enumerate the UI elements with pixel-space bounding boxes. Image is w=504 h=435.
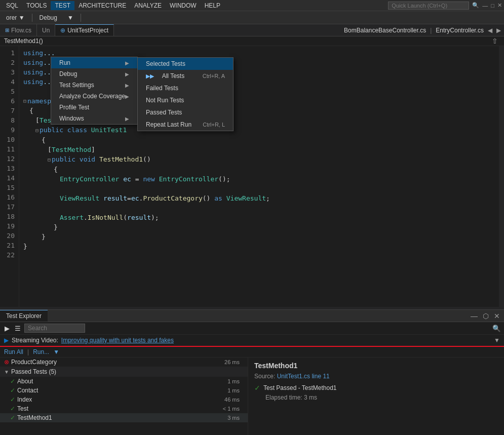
test-list-area: ⊗ ProductCategory 26 ms ▼ Passed Tests (… bbox=[0, 358, 504, 435]
panel-close-btn[interactable]: ✕ bbox=[492, 311, 502, 321]
menu-sql[interactable]: SQL bbox=[2, 1, 22, 10]
code-line-18: Assert.IsNotNull(result); bbox=[23, 213, 495, 222]
menu-window[interactable]: WINDOW bbox=[166, 1, 201, 10]
run-more-link[interactable]: Run... bbox=[33, 348, 49, 355]
code-line-17 bbox=[23, 203, 495, 213]
code-line-20: } bbox=[23, 232, 495, 242]
submenu-notrun-label: Not Run Tests bbox=[146, 97, 184, 104]
test-item-productcategory[interactable]: ⊗ ProductCategory 26 ms bbox=[0, 358, 248, 367]
tabs-chevron-left[interactable]: ◀ bbox=[488, 27, 492, 34]
windows-arrow-icon: ▶ bbox=[125, 116, 129, 122]
test-run-icon-btn[interactable]: ▶ bbox=[3, 324, 11, 333]
submenu-selected-label: Selected Tests bbox=[146, 60, 185, 67]
tab-unittestproject[interactable]: ⊕ UnitTestProject bbox=[55, 24, 114, 36]
submenu-notrun[interactable]: Not Run Tests bbox=[138, 94, 233, 106]
test-item-testmethod1[interactable]: ✓ TestMethod1 3 ms bbox=[0, 413, 248, 422]
menu-analyze[interactable]: ANALYZE bbox=[130, 1, 166, 10]
quick-launch-input[interactable] bbox=[388, 2, 469, 10]
test-item-about[interactable]: ✓ About 1 ms bbox=[0, 377, 248, 386]
passed-group-label: Passed Tests (5) bbox=[11, 368, 56, 375]
editor-scrollbar[interactable] bbox=[499, 46, 504, 307]
menu-architecture[interactable]: ARCHITECTURE bbox=[74, 1, 130, 10]
pass-icon-index: ✓ bbox=[10, 396, 15, 403]
tabs-chevron-right[interactable]: ▶ bbox=[496, 27, 501, 34]
panel-pin-btn[interactable]: — bbox=[469, 311, 480, 321]
submenu-failed[interactable]: Failed Tests bbox=[138, 82, 233, 94]
test-detail-result: ✓ Test Passed - TestMethod1 bbox=[254, 384, 498, 392]
run-more-arrow[interactable]: ▼ bbox=[53, 348, 59, 355]
menu-item-testsettings[interactable]: Test Settings ▶ bbox=[51, 80, 137, 91]
scroll-top-icon[interactable]: ⇧ bbox=[492, 37, 498, 45]
menu-tools[interactable]: TOOLS bbox=[22, 1, 51, 10]
test-detail-source: Source: UnitTest1.cs line 11 bbox=[254, 373, 498, 380]
panel-tab-testexplorer-label: Test Explorer bbox=[6, 312, 42, 320]
menu-help[interactable]: HELP bbox=[201, 1, 224, 10]
code-line-19: } bbox=[23, 222, 495, 232]
submenu-passed[interactable]: Passed Tests bbox=[138, 106, 233, 118]
submenu-selected[interactable]: Selected Tests bbox=[138, 58, 233, 70]
tab-un[interactable]: Un bbox=[37, 24, 55, 36]
tab-flowcs[interactable]: ⊞ Flow.cs bbox=[0, 24, 37, 36]
menu-bar-right: 🔍 — □ ✕ bbox=[388, 2, 502, 10]
submenu-repeat[interactable]: Repeat Last Run Ctrl+R, L bbox=[138, 118, 233, 131]
test-item-test-time: < 1 ms bbox=[223, 406, 244, 412]
menu-item-analyze-label: Analyze Code Coverage bbox=[59, 93, 125, 100]
analyze-arrow-icon: ▶ bbox=[125, 94, 129, 99]
editor-bottom-scroll[interactable] bbox=[0, 307, 504, 309]
test-item-index-time: 46 ms bbox=[224, 397, 244, 403]
menu-test[interactable]: TEST bbox=[51, 1, 74, 10]
search-icon: 🔍 bbox=[472, 2, 479, 9]
menu-item-profile[interactable]: Profile Test bbox=[51, 102, 137, 113]
test-item-contact[interactable]: ✓ Contact 1 ms bbox=[0, 386, 248, 395]
panel-undock-btn[interactable]: ⬡ bbox=[481, 311, 491, 321]
panel-tab-testexplorer[interactable]: Test Explorer bbox=[0, 310, 48, 322]
test-search-input[interactable] bbox=[24, 324, 85, 333]
panel-actions: — ⬡ ✕ bbox=[467, 311, 504, 321]
test-item-testmethod1-label: TestMethod1 bbox=[17, 414, 52, 421]
code-line-15 bbox=[23, 184, 495, 193]
test-item-productcategory-time: 26 ms bbox=[224, 359, 244, 365]
streaming-banner: ▶ Streaming Video: Improving quality wit… bbox=[0, 335, 504, 347]
breadcrumb: TestMethod1() ⇧ bbox=[0, 36, 504, 46]
pass-icon-contact: ✓ bbox=[10, 387, 15, 394]
run-arrow-icon: ▶ bbox=[125, 60, 129, 66]
minimize-icon[interactable]: — bbox=[482, 3, 488, 9]
debug-btn[interactable]: Debug bbox=[35, 13, 61, 22]
pass-icon-about: ✓ bbox=[10, 378, 15, 385]
panel-tabs: Test Explorer — ⬡ ✕ bbox=[0, 310, 504, 322]
submenu-repeat-label: Repeat Last Run bbox=[146, 121, 191, 128]
streaming-chevron-icon[interactable]: ▼ bbox=[494, 337, 500, 344]
source-link[interactable]: UnitTest1.cs line 11 bbox=[277, 373, 330, 380]
streaming-link[interactable]: Improving quality with unit tests and fa… bbox=[61, 337, 174, 344]
explorer-btn[interactable]: orer ▼ bbox=[2, 13, 29, 22]
menu-item-windows[interactable]: Windows ▶ bbox=[51, 113, 137, 124]
test-item-about-left: ✓ About bbox=[10, 378, 33, 385]
run-all-icon: ▶▶ bbox=[146, 73, 154, 80]
detail-result-text: Test Passed - TestMethod1 bbox=[263, 384, 337, 391]
menu-item-analyze[interactable]: Analyze Code Coverage ▶ bbox=[51, 91, 137, 102]
menu-item-debug[interactable]: Debug ▶ bbox=[51, 68, 137, 80]
close-icon[interactable]: ✕ bbox=[497, 2, 502, 9]
test-item-index[interactable]: ✓ Index 46 ms bbox=[0, 395, 248, 404]
test-list-icon-btn[interactable]: ☰ bbox=[13, 324, 22, 333]
maximize-icon[interactable]: □ bbox=[491, 3, 494, 9]
tab-entrycontroller[interactable]: EntryController.cs bbox=[436, 27, 484, 34]
testsettings-arrow-icon: ▶ bbox=[125, 83, 129, 88]
test-search-btn[interactable]: 🔍 bbox=[492, 325, 501, 332]
code-line-11: [TestMethod] bbox=[23, 145, 495, 154]
streaming-text: Streaming Video: bbox=[12, 337, 58, 344]
test-item-test[interactable]: ✓ Test < 1 ms bbox=[0, 404, 248, 413]
tab-bombalance[interactable]: BomBalanceBaseController.cs bbox=[344, 27, 426, 34]
code-line-10: { bbox=[23, 135, 495, 145]
submenu-all[interactable]: ▶▶ All Tests Ctrl+R, A bbox=[138, 70, 233, 82]
source-label: Source: bbox=[254, 373, 275, 380]
tabs-bar: ⊞ Flow.cs Un ⊕ UnitTestProject BomBalanc… bbox=[0, 24, 504, 36]
test-item-contact-left: ✓ Contact bbox=[10, 387, 38, 394]
test-group-passed[interactable]: ▼ Passed Tests (5) bbox=[0, 367, 248, 377]
test-item-productcategory-left: ⊗ ProductCategory bbox=[4, 359, 57, 366]
tab-icon-flow: ⊞ bbox=[5, 27, 9, 33]
run-all-link[interactable]: Run All bbox=[4, 348, 23, 355]
streaming-banner-left: ▶ Streaming Video: Improving quality wit… bbox=[4, 337, 174, 344]
menu-item-run[interactable]: Run ▶ Selected Tests ▶▶ All Tests Ctrl+R… bbox=[51, 57, 137, 68]
debug-dropdown-btn[interactable]: ▼ bbox=[63, 13, 77, 22]
